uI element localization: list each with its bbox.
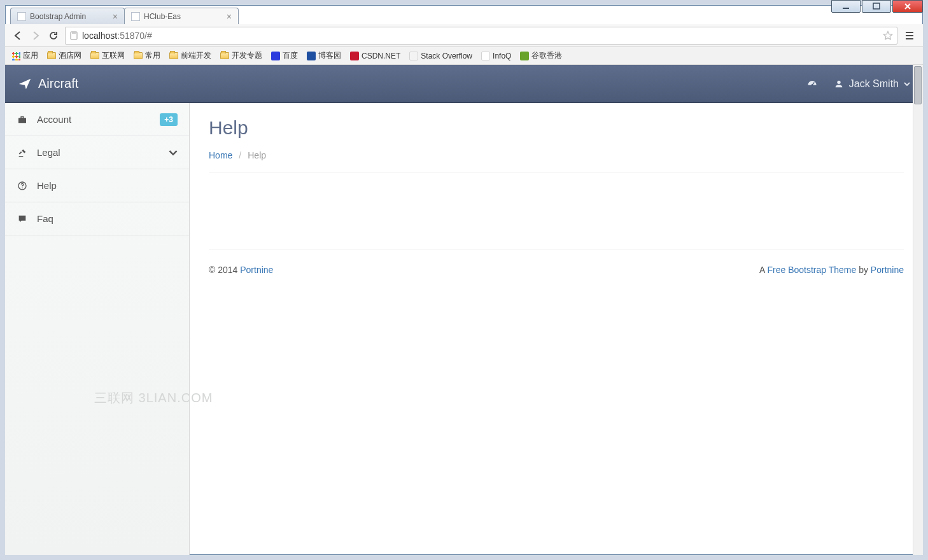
tab-title: HClub-Eas (144, 12, 223, 21)
sidebar-item-label: Account (37, 114, 151, 125)
app-navbar: Aircraft Jack Smith (5, 65, 923, 103)
brand-text: Aircraft (38, 76, 78, 91)
scrollbar-thumb[interactable] (914, 66, 922, 104)
bookmarks-bar: 应用 酒店网 互联网 常用 前端开发 开发专题 百度 博客园 CSDN.NET … (5, 47, 923, 65)
bookmark-item[interactable]: 谷歌香港 (520, 50, 562, 61)
sidebar-item-label: Legal (37, 147, 160, 158)
site-favicon-icon (307, 52, 316, 60)
back-button[interactable] (11, 29, 24, 42)
sidebar-item-help[interactable]: Help (5, 169, 189, 202)
vertical-scrollbar[interactable] (913, 65, 923, 555)
sidebar-badge: +3 (160, 113, 178, 126)
user-menu[interactable]: Jack Smith (834, 78, 910, 90)
browser-toolbar: localhost:51870/# (5, 24, 923, 47)
sidebar: Account +3 Legal (5, 103, 190, 555)
site-info-icon[interactable] (69, 31, 78, 40)
tab-title: Bootstrap Admin (30, 12, 109, 21)
breadcrumb: Home / Help (209, 150, 904, 172)
page-title: Help (209, 117, 904, 139)
footer-author-link[interactable]: Portnine (871, 265, 904, 275)
tab-close-icon[interactable]: × (227, 12, 232, 21)
tab-close-icon[interactable]: × (113, 12, 118, 21)
site-favicon-icon (520, 52, 529, 60)
window-minimize-button[interactable] (831, 0, 861, 13)
browser-tab[interactable]: Bootstrap Admin × (10, 8, 125, 24)
site-favicon-icon (481, 52, 490, 60)
paper-plane-icon (18, 77, 32, 91)
svg-point-4 (837, 80, 840, 83)
navbar-right: Jack Smith (806, 78, 910, 90)
browser-tab[interactable]: HClub-Eas × (124, 8, 239, 24)
site-favicon-icon (409, 52, 418, 60)
bookmark-item[interactable]: CSDN.NET (350, 52, 400, 60)
breadcrumb-sep: / (239, 150, 241, 160)
bookmark-item[interactable]: 互联网 (90, 50, 125, 61)
forward-button[interactable] (29, 29, 42, 42)
chevron-down-icon (169, 148, 178, 157)
sidebar-item-faq[interactable]: Faq (5, 202, 189, 235)
bookmark-item[interactable]: 应用 (11, 50, 38, 61)
gavel-icon (17, 148, 28, 158)
footer-theme-link[interactable]: Free Bootstrap Theme (767, 265, 856, 275)
bookmark-item[interactable]: 前端开发 (169, 50, 211, 61)
page-body: Account +3 Legal (5, 103, 923, 555)
folder-icon (169, 52, 178, 59)
reload-button[interactable] (47, 29, 60, 42)
window-controls (830, 0, 923, 13)
url-text: localhost:51870/# (82, 31, 152, 41)
breadcrumb-current: Help (248, 150, 266, 160)
window-body: Bootstrap Admin × HClub-Eas × (5, 5, 923, 555)
bookmark-item[interactable]: 酒店网 (47, 50, 81, 61)
svg-rect-5 (18, 118, 26, 123)
svg-point-8 (22, 187, 23, 188)
brand[interactable]: Aircraft (18, 76, 78, 91)
svg-rect-1 (873, 3, 880, 9)
sidebar-item-account[interactable]: Account +3 (5, 103, 189, 136)
window-frame: Bootstrap Admin × HClub-Eas × (0, 0, 928, 560)
bookmark-item[interactable]: InfoQ (481, 52, 511, 60)
browser-menu-button[interactable] (903, 29, 917, 42)
window-close-button[interactable] (892, 0, 923, 13)
sidebar-item-label: Help (37, 180, 178, 191)
bookmark-star-icon[interactable] (883, 31, 893, 41)
bookmark-item[interactable]: 百度 (271, 50, 298, 61)
page-viewport: Aircraft Jack Smith (5, 65, 923, 555)
svg-rect-0 (843, 8, 849, 9)
folder-icon (134, 52, 143, 59)
folder-icon (90, 52, 99, 59)
user-name: Jack Smith (849, 78, 899, 90)
sidebar-item-legal[interactable]: Legal (5, 136, 189, 169)
page-favicon-icon (17, 12, 26, 21)
bookmark-item[interactable]: 常用 (134, 50, 160, 61)
help-icon (17, 181, 28, 191)
bookmark-item[interactable]: 博客园 (307, 50, 341, 61)
folder-icon (47, 52, 56, 59)
user-icon (834, 79, 844, 89)
bookmark-item[interactable]: Stack Overflow (409, 52, 472, 60)
footer-left: © 2014 Portnine (209, 265, 273, 275)
page-favicon-icon (131, 12, 140, 21)
apps-icon (11, 52, 20, 60)
main-content: Help Home / Help © 2014 Portnine A Free … (190, 103, 923, 555)
folder-icon (220, 52, 229, 59)
comment-icon (17, 214, 28, 224)
briefcase-icon (17, 115, 28, 125)
sidebar-item-label: Faq (37, 213, 178, 224)
footer-link-portnine[interactable]: Portnine (240, 265, 273, 275)
chevron-down-icon (904, 81, 910, 87)
window-maximize-button[interactable] (862, 0, 891, 13)
site-favicon-icon (271, 52, 280, 60)
site-favicon-icon (350, 52, 359, 60)
page-footer: © 2014 Portnine A Free Bootstrap Theme b… (209, 249, 904, 290)
breadcrumb-home[interactable]: Home (209, 150, 232, 160)
bookmark-item[interactable]: 开发专题 (220, 50, 262, 61)
dashboard-icon[interactable] (806, 78, 819, 90)
svg-rect-6 (21, 116, 24, 118)
browser-tab-strip: Bootstrap Admin × HClub-Eas × (5, 5, 923, 24)
address-bar[interactable]: localhost:51870/# (65, 27, 897, 45)
footer-right: A Free Bootstrap Theme by Portnine (759, 265, 904, 275)
